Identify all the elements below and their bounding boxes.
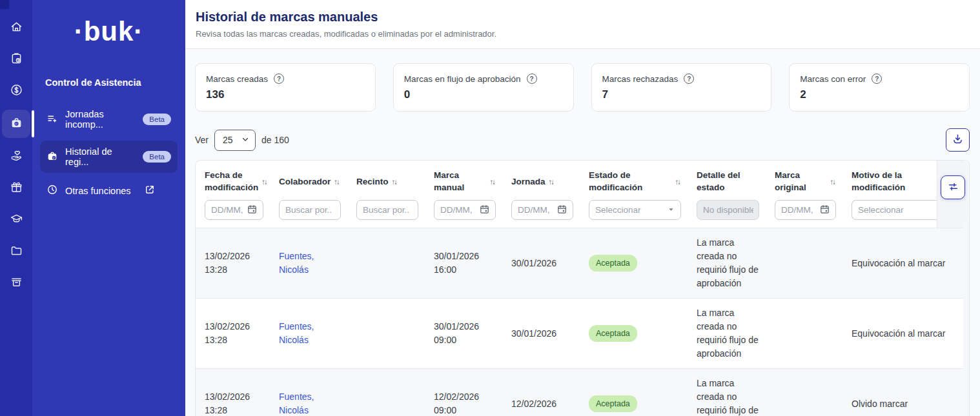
table-header-row: Fecha de modificación Colaborador R (196, 161, 969, 228)
stat-cards: Marcas creadas 136 Marcas en flujo de ap… (195, 63, 970, 112)
help-icon[interactable] (274, 74, 284, 84)
sort-icon[interactable] (261, 177, 268, 187)
cell-jornada: 12/02/2026 (502, 390, 580, 416)
date-filter-input[interactable] (211, 205, 243, 215)
rail-item-home[interactable] (3, 15, 29, 41)
date-filter-input[interactable] (781, 205, 816, 215)
stat-label: Marcas rechazadas (602, 74, 679, 84)
rail-item-archive[interactable] (3, 270, 29, 296)
content-area: Marcas creadas 136 Marcas en flujo de ap… (185, 49, 980, 416)
calendar-icon[interactable] (479, 204, 490, 217)
cell-estado: Aceptada (580, 317, 688, 350)
list-plus-icon (46, 113, 58, 126)
rail-item-clipboard-clock[interactable] (3, 46, 29, 72)
pagesize-select[interactable]: 25 (214, 130, 256, 151)
sidebar: ·buk· Control de Asistencia Jornadas inc… (32, 0, 185, 416)
column-label: Colaborador (279, 176, 331, 188)
rail-item-gift[interactable] (3, 175, 29, 201)
col-marca-original: Marca original (766, 161, 842, 228)
cell-detalle: La marca creada no requirió flujo de apr… (688, 228, 766, 298)
filter-detalle-disabled (697, 200, 759, 220)
col-colaborador: Colaborador (270, 161, 347, 228)
column-settings-button[interactable] (941, 175, 965, 199)
hand-heart-icon (10, 149, 23, 164)
rail-item-benefits[interactable] (3, 144, 29, 170)
filter-fecha-modificacion[interactable] (205, 200, 263, 220)
cell-estado: Aceptada (580, 388, 688, 416)
calendar-icon[interactable] (556, 204, 567, 217)
collaborator-link[interactable]: Fuentes, Nicolás (279, 391, 314, 415)
col-marca-manual: Marca manual (425, 161, 502, 228)
column-label: Detalle del estado (697, 170, 759, 194)
rail-item-attendance[interactable] (2, 110, 30, 138)
filter-jornada[interactable] (511, 200, 573, 220)
cell-marca-original (766, 255, 842, 271)
chevron-down-icon (241, 135, 249, 145)
cell-detalle: La marca creada no requirió flujo de apr… (688, 299, 766, 368)
cell-recinto (347, 255, 425, 271)
beta-badge: Beta (143, 114, 171, 125)
filter-motivo[interactable]: Seleccionar (852, 200, 937, 220)
help-icon[interactable] (872, 74, 882, 84)
cell-jornada: 30/01/2026 (502, 249, 580, 278)
filter-recinto[interactable] (356, 200, 418, 220)
stat-card-marcas-creadas: Marcas creadas 136 (195, 63, 376, 112)
sliders-icon (947, 181, 959, 195)
calendar-icon[interactable] (819, 204, 830, 217)
sort-icon[interactable] (675, 177, 682, 187)
cell-recinto (347, 396, 425, 411)
sidebar-item-otras-funciones[interactable]: Otras funciones (40, 178, 178, 203)
table-row[interactable]: 13/02/202613:28 Fuentes, Nicolás 12/02/2… (196, 368, 969, 416)
sidebar-item-jornadas-incompletas[interactable]: Jornadas incomp... Beta (40, 103, 178, 135)
cell-marca-original (766, 396, 842, 411)
column-label: Estado de modificación (589, 170, 672, 194)
date-filter-input[interactable] (440, 205, 476, 215)
col-estado-modificacion: Estado de modificación Seleccionar (580, 161, 688, 228)
collaborator-link[interactable]: Fuentes, Nicolás (279, 251, 314, 275)
table-row[interactable]: 13/02/202613:28 Fuentes, Nicolás 30/01/2… (196, 298, 969, 368)
corner-notch (0, 0, 9, 9)
external-link-icon (144, 184, 156, 197)
rail-item-education[interactable] (3, 207, 29, 233)
help-icon[interactable] (527, 74, 537, 84)
column-label: Marca original (775, 170, 827, 194)
sidebar-item-label: Jornadas incomp... (65, 109, 136, 130)
clipboard-clock-icon (10, 52, 23, 67)
text-filter-input[interactable] (363, 205, 413, 215)
cell-colaborador: Fuentes, Nicolás (270, 242, 347, 284)
filter-colaborador[interactable] (279, 200, 341, 220)
rail-item-folder[interactable] (3, 239, 29, 264)
stat-value: 2 (800, 88, 959, 101)
table-row[interactable]: 13/02/202613:28 Fuentes, Nicolás 30/01/2… (196, 228, 969, 298)
pinned-column-strip (963, 221, 969, 416)
download-icon (952, 133, 964, 147)
briefcase-clock-icon (10, 116, 23, 132)
sort-icon[interactable] (392, 177, 398, 187)
cell-marca-manual: 30/01/202616:00 (425, 242, 502, 284)
filter-estado[interactable]: Seleccionar (589, 200, 681, 220)
archive-drawer-icon (10, 275, 23, 291)
app-window: ·buk· Control de Asistencia Jornadas inc… (0, 0, 980, 416)
column-label: Marca manual (434, 170, 487, 194)
calendar-icon[interactable] (247, 204, 258, 217)
filter-marca-original[interactable] (775, 200, 836, 220)
sort-icon[interactable] (830, 177, 837, 187)
stat-card-marcas-rechazadas: Marcas rechazadas 7 (591, 63, 772, 112)
sort-icon[interactable] (549, 177, 555, 187)
sidebar-item-historial-registros[interactable]: Historial de regi... Beta (40, 141, 178, 173)
briefcase-clock-icon (46, 150, 58, 164)
stat-label: Marcas creadas (206, 74, 268, 84)
col-fecha-modificacion: Fecha de modificación (196, 161, 270, 228)
sort-icon[interactable] (334, 177, 340, 187)
date-filter-input[interactable] (518, 205, 553, 215)
cell-marca-manual: 12/02/202609:00 (425, 382, 502, 416)
collaborator-link[interactable]: Fuentes, Nicolás (279, 321, 314, 345)
help-icon[interactable] (684, 74, 694, 84)
col-actions (937, 161, 968, 228)
rail-item-payments[interactable] (3, 78, 29, 104)
sort-icon[interactable] (490, 177, 496, 187)
filter-marca-manual[interactable] (434, 200, 496, 220)
download-button[interactable] (946, 128, 970, 152)
text-filter-input[interactable] (285, 205, 335, 215)
history-table: Fecha de modificación Colaborador R (195, 160, 970, 416)
